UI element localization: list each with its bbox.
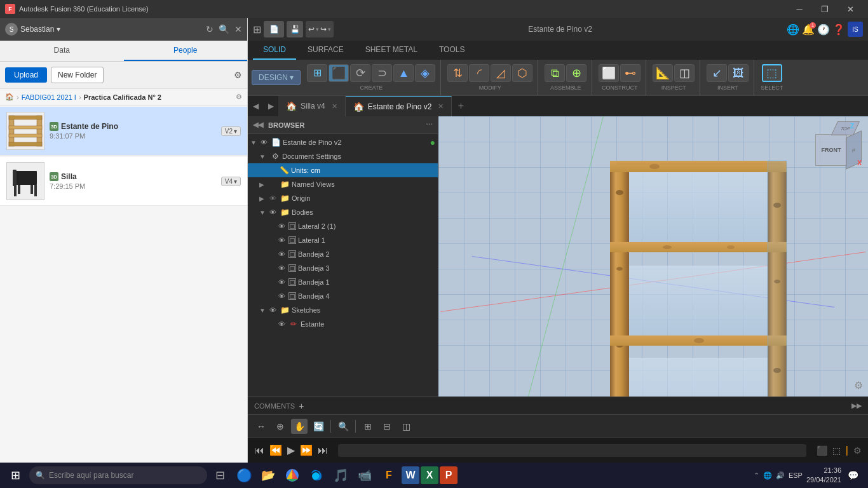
clock-display[interactable]: 21:36 29/04/2021 (806, 466, 841, 485)
user-name[interactable]: Sebastian (20, 25, 54, 34)
taskbar-fusion-icon[interactable]: F (377, 464, 400, 487)
tab-surface[interactable]: SURFACE (297, 41, 354, 60)
refresh-icon[interactable]: ↻ (206, 24, 214, 34)
doc-tab-estante[interactable]: 🏠 Estante de Pino v2 ✕ (346, 96, 452, 116)
appearance-btn[interactable]: ◫ (398, 419, 414, 434)
create-rib[interactable]: ◈ (415, 64, 435, 82)
eye-bandeja3[interactable]: 👁 (278, 264, 285, 272)
task-view-button[interactable]: ⊟ (208, 464, 231, 487)
notification-button[interactable]: 💬 (845, 468, 860, 483)
eye-lateral2[interactable]: 👁 (278, 222, 285, 230)
nav-forward[interactable]: ▶ (263, 96, 278, 116)
eye-named-views[interactable]: 👁 (269, 180, 276, 188)
grid-icon[interactable]: ⊞ (253, 24, 261, 36)
breadcrumb-root[interactable]: FABDIG01 2021 I (22, 93, 76, 101)
minimize-button[interactable]: ─ (787, 0, 812, 18)
expand-doc-settings[interactable]: ▼ (259, 153, 268, 160)
restore-button[interactable]: ❐ (812, 0, 837, 18)
tray-lang-label[interactable]: ESP (789, 471, 803, 479)
tray-volume-icon[interactable]: 🔊 (776, 471, 785, 480)
eye-origin[interactable]: 👁 (269, 194, 276, 202)
pan-tool-btn[interactable]: ↔ (253, 419, 269, 434)
viewport-settings-icon[interactable]: ⚙ (854, 379, 863, 391)
taskbar-file-icon[interactable]: 📂 (257, 464, 280, 487)
settings-icon[interactable]: ⚙ (234, 70, 242, 80)
user-dropdown-icon[interactable]: ▾ (57, 25, 60, 34)
playback-end-btn[interactable]: ⏭ (318, 445, 328, 456)
clock-icon[interactable]: 🕐 (817, 24, 830, 36)
tab-solid[interactable]: SOLID (253, 41, 296, 60)
eye-bandeja2[interactable]: 👁 (278, 250, 285, 258)
tree-item-origin[interactable]: ▶ 👁 📁 Origin (248, 191, 438, 205)
tree-item-bandeja2[interactable]: ▶ 👁 □ Bandeja 2 (248, 247, 438, 261)
grid-toggle-btn[interactable]: ⊞ (360, 419, 376, 434)
breadcrumb-settings-icon[interactable]: ⚙ (236, 93, 242, 101)
close-panel-icon[interactable]: ✕ (234, 24, 242, 34)
taskbar-word-icon[interactable]: W (402, 466, 419, 484)
modify-chamfer[interactable]: ◿ (491, 64, 511, 82)
comments-add-icon[interactable]: + (299, 401, 304, 411)
create-loft[interactable]: ▲ (393, 64, 414, 82)
file-item-estante[interactable]: 3D Estante de Pino 9:31:07 PM V2 ▾ (0, 107, 247, 156)
eye-lateral1[interactable]: 👁 (278, 236, 285, 244)
display-settings-btn[interactable]: ⊟ (379, 419, 395, 434)
save-button[interactable]: 💾 (287, 21, 303, 37)
upload-button[interactable]: Upload (5, 67, 47, 83)
expand-named-views[interactable]: ▶ (259, 181, 268, 188)
tree-item-bandeja3[interactable]: ▶ 👁 □ Bandeja 3 (248, 261, 438, 275)
help-icon[interactable]: ❓ (832, 24, 845, 36)
taskbar-chrome-icon[interactable] (281, 464, 304, 487)
create-new-component[interactable]: ⊞ (307, 64, 327, 82)
file-version-estante[interactable]: V2 ▾ (221, 126, 241, 136)
tree-item-units[interactable]: ▶ 📏 Units: cm (248, 163, 438, 177)
browser-menu-icon[interactable]: ⋯ (426, 121, 433, 129)
taskbar-excel-icon[interactable]: X (421, 466, 438, 484)
taskbar-spotify-icon[interactable]: 🎵 (329, 464, 352, 487)
breadcrumb-home[interactable]: 🏠 (5, 93, 14, 101)
playback-play-btn[interactable]: ▶ (287, 444, 295, 456)
modify-shell[interactable]: ⬡ (512, 64, 532, 82)
tray-network-icon[interactable]: 🌐 (763, 471, 772, 480)
insert-canvas[interactable]: 🖼 (728, 64, 749, 82)
playback-prev-btn[interactable]: ⏪ (269, 444, 282, 456)
taskbar-edge2-icon[interactable] (305, 464, 328, 487)
select-tool[interactable]: ⬚ (762, 64, 782, 82)
doc-tab-silla[interactable]: 🏠 Silla v4 ✕ (278, 96, 346, 116)
viewport-3d[interactable]: FRONT TOP R Z X ⚙ (438, 116, 868, 396)
expand-origin[interactable]: ▶ (259, 195, 268, 202)
browser-collapse-icon[interactable]: ◀◀ (253, 121, 263, 129)
construct-offset-plane[interactable]: ⬜ (599, 64, 619, 82)
comments-collapse-icon[interactable]: ▶▶ (851, 402, 862, 410)
eye-estante-sketch[interactable]: 👁 (278, 320, 285, 328)
tree-item-bodies[interactable]: ▼ 👁 📁 Bodies (248, 205, 438, 219)
insert-derive[interactable]: ↙ (707, 64, 727, 82)
taskbar-powerpoint-icon[interactable]: P (440, 466, 458, 484)
view-cube-front[interactable]: FRONT (815, 134, 847, 166)
tree-item-named-views[interactable]: ▶ 👁 📁 Named Views (248, 177, 438, 191)
zoom-btn[interactable]: 🔍 (335, 419, 351, 434)
expand-sketches[interactable]: ▼ (259, 307, 268, 314)
redo-button[interactable]: ↪ (320, 25, 327, 34)
start-button[interactable]: ⊞ (3, 464, 28, 487)
file-menu[interactable]: 📄 (264, 21, 284, 37)
tree-item-sketches[interactable]: ▼ 👁 📁 Sketches (248, 303, 438, 317)
close-tab-estante[interactable]: ✕ (438, 102, 444, 111)
tree-item-root[interactable]: ▼ 👁 📄 Estante de Pino v2 ● (248, 135, 438, 149)
screen-capture-btn[interactable]: ⬛ (817, 445, 827, 456)
tree-item-lateral1[interactable]: ▶ 👁 □ Lateral 1 (248, 233, 438, 247)
new-tab-button[interactable]: + (452, 96, 470, 116)
expand-bodies[interactable]: ▼ (259, 209, 268, 216)
expand-root[interactable]: ▼ (250, 139, 259, 146)
playback-next-btn[interactable]: ⏩ (300, 444, 313, 456)
timeline-settings-btn[interactable]: ⚙ (853, 445, 862, 456)
search-icon[interactable]: 🔍 (219, 24, 229, 34)
assemble-new-component[interactable]: ⧉ (545, 64, 565, 82)
nav-icon[interactable]: 🌐 (787, 24, 799, 36)
assemble-joint[interactable]: ⊕ (566, 64, 587, 82)
eye-bandeja1[interactable]: 👁 (278, 278, 285, 286)
tab-data[interactable]: Data (0, 41, 124, 61)
search-bar[interactable]: 🔍 Escribe aquí para buscar (29, 466, 207, 484)
undo-button[interactable]: ↩ (308, 25, 315, 34)
tree-item-lateral2[interactable]: ▶ 👁 □ Lateral 2 (1) (248, 219, 438, 233)
close-tab-silla[interactable]: ✕ (332, 102, 337, 111)
